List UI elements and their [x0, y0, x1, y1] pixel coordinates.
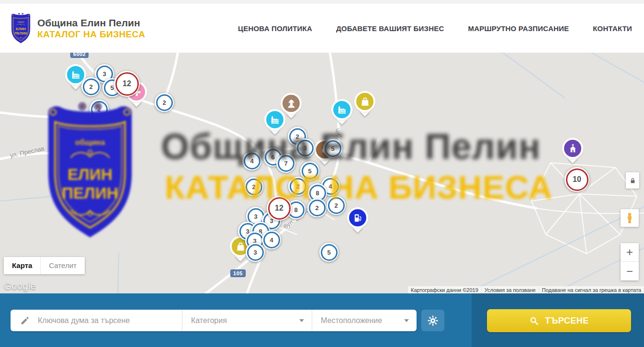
main-nav: ЦЕНОВА ПОЛИТИКА ДОБАВЕТЕ ВАШИЯТ БИЗНЕС М… [238, 24, 632, 33]
street-view-pegman-button[interactable] [621, 209, 639, 227]
nav-item-contacts[interactable]: КОНТАКТИ [593, 24, 632, 33]
watermark-crest [41, 101, 139, 241]
keyword-field[interactable] [11, 310, 182, 331]
map-lock-button[interactable] [626, 172, 639, 189]
search-submit-button[interactable]: ТЪРСЕНЕ [487, 309, 631, 332]
map-cluster-marker[interactable]: 2 [155, 93, 174, 112]
map-pin-factory-icon[interactable] [333, 101, 350, 118]
site-header: Община Елин Пелин КАТАЛОГ НА БИЗНЕСА ЦЕН… [0, 4, 644, 53]
keyword-search-input[interactable] [37, 316, 182, 325]
attribution-report-error-link[interactable]: Подаване на сигнал за грешка в картата [539, 287, 644, 293]
logo-subtitle: КАТАЛОГ НА БИЗНЕСА [37, 29, 145, 40]
site-logo[interactable]: Община Елин Пелин КАТАЛОГ НА БИЗНЕСА [10, 12, 145, 44]
map-pin-factory-icon[interactable] [67, 66, 84, 83]
map-cluster-marker[interactable]: 12 [114, 71, 140, 97]
pencil-icon [20, 315, 30, 325]
road-number-badge: 6002 [70, 53, 89, 58]
category-select-value: Категория [191, 316, 227, 325]
map-cluster-marker[interactable]: 10 [565, 167, 589, 192]
map-zoom-control: + − [621, 243, 639, 280]
map-pin-church-icon[interactable] [564, 140, 581, 157]
advanced-search-button[interactable] [421, 310, 444, 331]
map-cluster-marker[interactable]: 5 [319, 243, 339, 262]
category-select[interactable]: Категория [182, 310, 312, 331]
attribution-terms-link[interactable]: Условия за ползване [481, 287, 539, 293]
map-type-satellite-button[interactable]: Сателит [40, 257, 85, 274]
map-type-control: Карта Сателит [4, 257, 85, 274]
search-fields: Категория Местоположение [11, 310, 417, 331]
location-select-value: Местоположение [321, 316, 382, 325]
municipality-crest-icon [10, 12, 32, 44]
chevron-down-icon [299, 319, 304, 322]
top-strip [0, 0, 644, 4]
map-pin-worker-icon[interactable] [282, 95, 300, 112]
nav-item-add-business[interactable]: ДОБАВЕТЕ ВАШИЯТ БИЗНЕС [336, 24, 444, 33]
attribution-map-data: Картографски данни ©2019 [408, 287, 481, 293]
gear-icon [427, 315, 439, 326]
map-cluster-marker[interactable]: 2 [81, 77, 101, 96]
chevron-down-icon [404, 319, 409, 322]
lock-icon [629, 177, 637, 185]
nav-item-pricing[interactable]: ЦЕНОВА ПОЛИТИКА [238, 24, 312, 33]
watermark-title: Община Елин Пелин [161, 125, 541, 167]
map-cluster-marker[interactable]: 3 [246, 243, 265, 262]
watermark-subtitle: КАТАЛОГ НА БИЗНЕСА [165, 168, 553, 206]
location-select[interactable]: Местоположение [312, 310, 417, 331]
logo-text: Община Елин Пелин КАТАЛОГ НА БИЗНЕСА [37, 17, 145, 39]
zoom-out-button[interactable]: − [621, 262, 639, 280]
search-bar: Категория Местоположение [0, 293, 644, 347]
nav-item-route-schedule[interactable]: МАРШРУТНО РАЗПИСАНИЕ [468, 24, 569, 33]
road-number-badge: 105 [230, 269, 246, 277]
google-logo: Google [4, 281, 36, 292]
pegman-icon [623, 212, 636, 224]
map-canvas[interactable]: 6002105ул. Преславбул. „Новоселци" 32512… [0, 53, 644, 293]
map-pin-fuel-icon[interactable] [349, 209, 366, 226]
magnifier-icon [529, 316, 539, 326]
logo-title: Община Елин Пелин [37, 17, 145, 29]
map-cluster-marker[interactable]: 4 [262, 230, 281, 249]
map-type-map-button[interactable]: Карта [4, 257, 40, 274]
zoom-in-button[interactable]: + [621, 243, 639, 262]
map-attribution: Картографски данни ©2019 Условия за полз… [408, 286, 644, 293]
map-pin-bag-icon[interactable] [356, 93, 373, 110]
search-button-label: ТЪРСЕНЕ [545, 316, 589, 326]
